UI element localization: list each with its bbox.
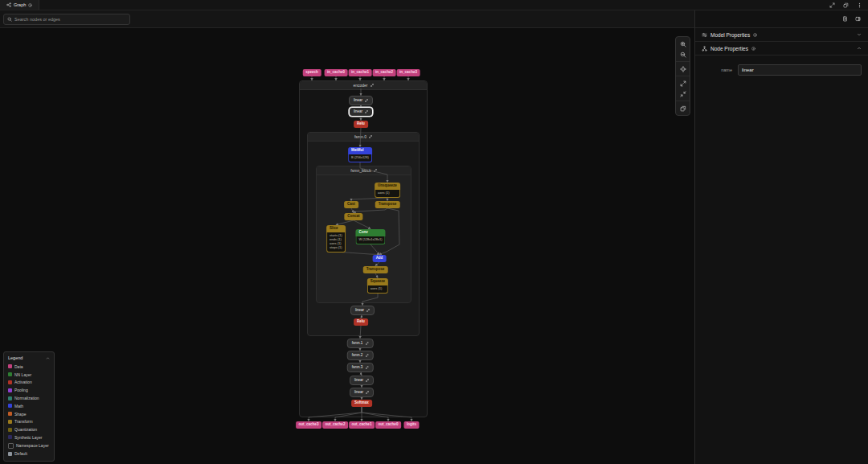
legend-item: Quantization bbox=[4, 425, 54, 433]
graph-node-unsqueeze[interactable]: Unsqueezeaxes (1) bbox=[375, 183, 400, 198]
graph-node-concat[interactable]: Concat bbox=[344, 213, 362, 220]
legend-panel: Legend DataNN LayerActivationPoolingNorm… bbox=[3, 351, 55, 462]
graph-node-fsmn1[interactable]: fsmn.1 bbox=[347, 339, 374, 348]
flip-view-icon[interactable] bbox=[843, 2, 849, 8]
legend-item: Data bbox=[4, 363, 54, 371]
tab-graph[interactable]: Graph bbox=[0, 0, 39, 10]
expand-all-layers-button[interactable] bbox=[676, 78, 690, 88]
legend-item-label: Math bbox=[14, 404, 23, 409]
graph-node-out_cache1[interactable]: out_cache1 bbox=[349, 421, 375, 429]
open-in-new-icon[interactable] bbox=[365, 110, 368, 113]
info-icon[interactable] bbox=[28, 3, 32, 7]
window-titlebar: Graph bbox=[0, 0, 868, 10]
name-field-label: name bbox=[702, 68, 732, 72]
graph-node-add[interactable]: Add bbox=[373, 255, 387, 262]
open-in-new-icon[interactable] bbox=[371, 84, 374, 87]
container-label: fsmn_block bbox=[350, 168, 371, 173]
legend-item: Default bbox=[4, 450, 54, 458]
graph-node-linear3[interactable]: linear bbox=[350, 306, 375, 315]
search-box[interactable] bbox=[3, 14, 130, 25]
model-properties-header[interactable]: Model Properties bbox=[695, 28, 868, 42]
graph-node-out_cache0[interactable]: out_cache0 bbox=[375, 421, 401, 429]
node-label: linear bbox=[355, 309, 364, 313]
model-properties-title: Model Properties bbox=[710, 32, 750, 38]
chevron-up-icon[interactable] bbox=[857, 46, 862, 51]
graph-node-out_cache3[interactable]: out_cache3 bbox=[296, 421, 321, 429]
graph-node-speech[interactable]: speech bbox=[303, 69, 321, 76]
graph-node-in_cache0[interactable]: in_cache0 bbox=[325, 69, 348, 76]
legend-item-label: Namespace Layer bbox=[16, 443, 49, 448]
zoom-out-button[interactable] bbox=[676, 49, 690, 60]
open-in-new-icon[interactable] bbox=[365, 366, 368, 369]
open-in-new-icon[interactable] bbox=[366, 391, 369, 394]
open-in-new-icon[interactable] bbox=[365, 342, 368, 345]
legend-item: Pooling bbox=[4, 386, 54, 394]
open-in-new-icon[interactable] bbox=[374, 169, 377, 172]
graph-node-linear1[interactable]: linear bbox=[349, 96, 373, 105]
graph-node-linear4[interactable]: linear bbox=[350, 376, 374, 385]
graph-canvas[interactable]: encoderfsmn.0fsmn_blockspeechin_cache0in… bbox=[0, 0, 694, 464]
graph-node-linear2[interactable]: linear bbox=[349, 107, 373, 117]
node-label: Squeeze bbox=[367, 278, 388, 285]
graph-node-logits[interactable]: logits bbox=[404, 421, 420, 429]
legend-item: Shape bbox=[4, 410, 54, 418]
info-icon[interactable] bbox=[751, 47, 755, 51]
graph-node-fsmn2[interactable]: fsmn.2 bbox=[347, 351, 374, 360]
graph-node-squeeze[interactable]: Squeezeaxes (1) bbox=[367, 278, 388, 294]
flip-layout-button[interactable] bbox=[676, 103, 690, 113]
node-label: Slice bbox=[326, 225, 346, 232]
node-label: linear bbox=[354, 99, 362, 103]
open-in-new-icon[interactable] bbox=[365, 354, 368, 357]
properties-panel: Model Properties Node Properties name bbox=[694, 10, 868, 464]
locate-button[interactable] bbox=[676, 64, 690, 74]
node-label: linear bbox=[354, 379, 363, 383]
chevron-down-icon[interactable] bbox=[857, 32, 862, 37]
fullscreen-icon[interactable] bbox=[829, 2, 835, 8]
name-field-input[interactable] bbox=[738, 64, 862, 76]
zoom-in-button[interactable] bbox=[676, 39, 690, 49]
graph-node-slice[interactable]: Slicestarts (1)ends (1)axes (1)steps (1) bbox=[326, 225, 346, 253]
snapshot-icon[interactable] bbox=[842, 16, 848, 22]
legend-item-label: Data bbox=[14, 364, 23, 369]
search-icon bbox=[7, 17, 12, 22]
collapse-all-layers-button[interactable] bbox=[676, 88, 690, 99]
graph-node-cast[interactable]: Cast bbox=[344, 201, 358, 208]
node-name-row: name bbox=[695, 55, 868, 76]
graph-node-relu2[interactable]: Relu bbox=[354, 318, 368, 326]
tab-graph-label: Graph bbox=[14, 2, 26, 7]
graph-node-in_cache3[interactable]: in_cache3 bbox=[397, 69, 420, 76]
node-attrs: axes (1) bbox=[375, 190, 400, 198]
panel-layout-icon[interactable] bbox=[855, 16, 861, 22]
graph-node-in_cache2[interactable]: in_cache2 bbox=[373, 69, 396, 76]
graph-node-relu1[interactable]: Relu bbox=[354, 121, 368, 128]
graph-node-softmax[interactable]: Softmax bbox=[351, 400, 372, 407]
open-in-new-icon[interactable] bbox=[366, 309, 370, 312]
graph-node-fsmn3[interactable]: fsmn.3 bbox=[347, 363, 374, 372]
legend-item: Normalization bbox=[4, 394, 54, 402]
open-in-new-icon[interactable] bbox=[366, 379, 369, 382]
legend-item: NN Layer bbox=[4, 371, 54, 379]
graph-node-conv[interactable]: ConvW (128x1x28x1) bbox=[355, 229, 385, 244]
kebab-menu-icon[interactable] bbox=[857, 2, 862, 8]
container-header-fsmn0[interactable]: fsmn.0 bbox=[308, 133, 419, 142]
search-input[interactable] bbox=[14, 17, 126, 22]
info-icon[interactable] bbox=[753, 33, 757, 37]
container-header-fsmn_block[interactable]: fsmn_block bbox=[317, 166, 411, 175]
graph-node-out_cache2[interactable]: out_cache2 bbox=[322, 421, 348, 429]
normalization-swatch bbox=[8, 396, 12, 400]
legend-collapse-icon[interactable] bbox=[46, 356, 50, 360]
container-label: encoder bbox=[353, 83, 367, 88]
legend-item-label: Shape bbox=[14, 412, 26, 417]
container-header-encoder[interactable]: encoder bbox=[300, 81, 427, 90]
node-attrs: axes (1) bbox=[367, 285, 388, 294]
graph-node-transpose2[interactable]: Transpose bbox=[363, 266, 388, 273]
open-in-new-icon[interactable] bbox=[365, 99, 368, 102]
legend-item: Namespace Layer bbox=[4, 441, 54, 450]
node-properties-header[interactable]: Node Properties bbox=[695, 42, 868, 55]
graph-node-transpose1[interactable]: Transpose bbox=[375, 201, 400, 208]
graph-node-in_cache1[interactable]: in_cache1 bbox=[349, 69, 372, 76]
open-in-new-icon[interactable] bbox=[369, 135, 372, 138]
graph-node-matmul[interactable]: MatMulB (256x128) bbox=[348, 147, 372, 162]
graph-node-linear5[interactable]: linear bbox=[350, 388, 374, 397]
panel-toprow bbox=[695, 10, 868, 28]
